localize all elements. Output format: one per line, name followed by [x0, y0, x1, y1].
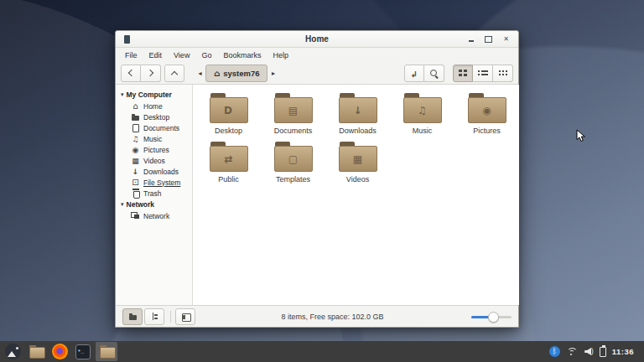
bluetooth-icon[interactable]	[549, 346, 560, 357]
firefox-icon	[52, 344, 68, 359]
taskbar-app-terminal[interactable]	[72, 342, 94, 361]
folder-desktop[interactable]: Desktop	[196, 93, 261, 142]
mouse-cursor	[576, 129, 586, 143]
sidebar: My ComputerHomeDesktopDocumentsMusicPict…	[116, 85, 193, 305]
menu-bookmarks[interactable]: Bookmarks	[217, 49, 267, 61]
folder-icon	[339, 93, 377, 123]
volume-icon[interactable]	[583, 347, 594, 356]
folder-templates[interactable]: Templates	[261, 142, 325, 190]
file-view[interactable]: DesktopDocumentsDownloadsMusicPicturesPu…	[193, 85, 519, 305]
terminal-icon	[75, 344, 91, 359]
sidebar-item-home[interactable]: Home	[116, 101, 192, 111]
toggle-sidebar-button[interactable]	[175, 308, 195, 325]
minimize-button[interactable]	[465, 34, 476, 44]
close-button[interactable]	[501, 34, 512, 44]
sidebar-item-label: Videos	[143, 157, 165, 165]
sidebar-item-documents[interactable]: Documents	[116, 122, 192, 133]
menu-view[interactable]: View	[168, 49, 195, 61]
show-places-button[interactable]	[122, 308, 143, 325]
places-icon	[128, 312, 138, 321]
maximize-button[interactable]	[483, 34, 494, 44]
down-icon	[131, 167, 140, 176]
taskbar: 11:36	[0, 341, 644, 362]
up-button[interactable]	[164, 65, 184, 82]
sidebar-item-network[interactable]: Network	[116, 210, 192, 221]
chevron-left-icon	[128, 70, 135, 76]
slider-knob[interactable]	[488, 312, 499, 323]
forward-button[interactable]	[141, 65, 161, 82]
sidebar-item-label: Desktop	[143, 113, 169, 122]
sidebar-item-trash[interactable]: Trash	[116, 188, 192, 199]
breadcrumb-label: system76	[223, 69, 259, 78]
sidebar-section-my-computer[interactable]: My Computer	[116, 89, 192, 101]
folder-icon	[131, 113, 140, 122]
breadcrumb-scroll-right[interactable]: ▸	[267, 65, 278, 82]
show-treeview-button[interactable]	[144, 308, 164, 325]
breadcrumb-scroll-left[interactable]: ◂	[195, 65, 205, 82]
folder-icon	[274, 142, 313, 172]
taskbar-app-app-menu[interactable]	[2, 342, 23, 361]
icon-view-button[interactable]	[453, 65, 473, 82]
file-manager-window: Home FileEditViewGoBookmarksHelp ◂ syste…	[115, 30, 519, 328]
folder-label: Pictures	[473, 127, 501, 135]
compact-view-icon	[498, 69, 508, 77]
trash-icon	[131, 189, 140, 198]
statusbar-separator	[170, 311, 171, 323]
battery-icon[interactable]	[600, 347, 606, 357]
location-entry-icon	[411, 65, 418, 80]
sidebar-item-downloads[interactable]: Downloads	[116, 166, 192, 177]
search-button[interactable]	[424, 65, 444, 82]
network-icon	[131, 211, 140, 220]
sidebar-item-videos[interactable]: Videos	[116, 155, 192, 166]
titlebar[interactable]: Home	[116, 31, 518, 48]
folder-label: Templates	[276, 175, 310, 184]
sidebar-item-label: Documents	[143, 124, 179, 132]
folder-icon	[210, 142, 248, 172]
folder-label: Downloads	[339, 127, 377, 135]
menu-go[interactable]: Go	[195, 49, 217, 61]
sidebar-item-label: Pictures	[143, 146, 169, 154]
sidebar-item-music[interactable]: Music	[116, 133, 192, 144]
music-emblem-icon	[418, 105, 427, 116]
window-title: Home	[116, 34, 518, 44]
sidebar-item-label: Trash	[143, 189, 161, 198]
sidebar-section-network[interactable]: Network	[116, 199, 192, 210]
taskbar-app-firefox[interactable]	[49, 342, 70, 361]
public-emblem-icon	[224, 153, 232, 165]
menu-help[interactable]: Help	[267, 49, 294, 61]
list-view-button[interactable]	[473, 65, 493, 82]
sidebar-item-label: Home	[143, 102, 163, 111]
folder-videos[interactable]: Videos	[325, 142, 390, 190]
menubar: FileEditViewGoBookmarksHelp	[116, 48, 518, 62]
folder-documents[interactable]: Documents	[261, 93, 325, 142]
desktop: Home FileEditViewGoBookmarksHelp ◂ syste…	[0, 0, 644, 362]
folder-icon	[339, 142, 377, 172]
chevron-right-icon	[146, 70, 153, 76]
sidebar-item-desktop[interactable]: Desktop	[116, 111, 192, 122]
wifi-icon[interactable]	[566, 348, 577, 356]
home-icon	[214, 69, 220, 78]
folder-downloads[interactable]: Downloads	[325, 93, 390, 142]
zoom-slider[interactable]	[471, 311, 512, 323]
downloads-emblem-icon	[353, 105, 361, 116]
documents-emblem-icon	[288, 105, 298, 116]
toggle-location-entry-button[interactable]	[404, 65, 424, 82]
sidebar-toggle-icon	[181, 312, 190, 321]
sidebar-item-label: Music	[143, 135, 162, 143]
taskbar-app-file-manager[interactable]	[96, 342, 117, 361]
folder-pictures[interactable]: Pictures	[454, 93, 519, 142]
menu-file[interactable]: File	[119, 49, 143, 61]
app-menu-icon	[5, 344, 21, 359]
sidebar-item-pictures[interactable]: Pictures	[116, 144, 192, 155]
clock[interactable]: 11:36	[612, 347, 634, 356]
back-button[interactable]	[121, 65, 141, 82]
folder-label: Desktop	[215, 127, 242, 135]
breadcrumb: ◂ system76 ▸	[195, 65, 278, 82]
breadcrumb-home-button[interactable]: system76	[205, 65, 267, 82]
taskbar-app-desktop-folder[interactable]	[25, 342, 47, 361]
folder-music[interactable]: Music	[390, 93, 454, 142]
compact-view-button[interactable]	[493, 65, 513, 82]
folder-public[interactable]: Public	[196, 142, 261, 190]
menu-edit[interactable]: Edit	[143, 49, 169, 61]
sidebar-item-file-system[interactable]: File System	[116, 177, 192, 188]
